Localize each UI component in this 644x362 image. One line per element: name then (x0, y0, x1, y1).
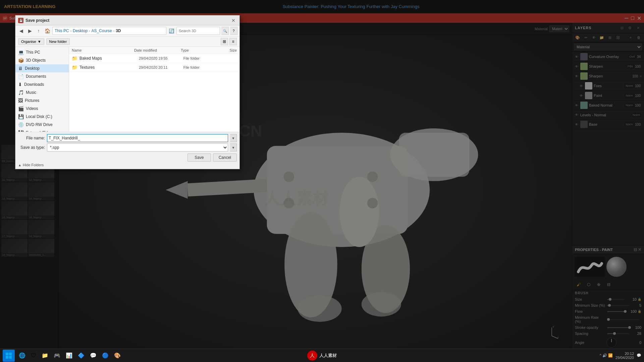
file-date: 29/04/2020 19:55 (139, 56, 183, 60)
taskbar-right: ^ 🔊 📶 20:12 29/04/2020 💬 (600, 352, 641, 360)
file-type: File folder (183, 56, 213, 60)
nav-icon: 💻 (18, 50, 24, 55)
hide-folders-label: Hide Folders (23, 163, 44, 167)
nav-icon: ⬇ (18, 82, 22, 87)
nav-label: 3D Objects (26, 58, 66, 63)
forward-btn[interactable]: ▶ (26, 27, 34, 35)
nav-label: Videos (26, 106, 66, 111)
nav-item-3d-objects[interactable]: 📦3D Objects (15, 56, 69, 64)
app3-icon: 💬 (90, 352, 97, 359)
search-input[interactable] (176, 27, 220, 35)
save-button[interactable]: Save (187, 154, 211, 162)
nav-icon: 🎬 (18, 106, 24, 111)
dialog-close-btn[interactable]: ✕ (230, 17, 237, 24)
breadcrumb-desktop[interactable]: Desktop (73, 28, 88, 33)
steam-icon: 🎮 (54, 352, 60, 359)
saveas-dropdown-btn[interactable]: ▼ (230, 143, 237, 152)
nav-label: Documents (26, 74, 66, 79)
view-details-btn[interactable]: ≡ (229, 38, 237, 45)
windows-logo-icon (5, 352, 12, 359)
nav-icon: 💿 (18, 122, 24, 127)
search-btn[interactable]: 🔍 (221, 27, 229, 35)
taskbar-app4[interactable]: 🔵 (99, 350, 111, 361)
breadcrumb-as-course[interactable]: AS_Course (91, 28, 112, 33)
nav-item-this-pc[interactable]: 💻This PC (15, 48, 69, 56)
nav-item-documents[interactable]: 📄Documents (15, 72, 69, 80)
nav-item-music[interactable]: 🎵Music (15, 88, 69, 97)
nav-item-external-(e:)[interactable]: 💾External (E:) (15, 129, 69, 132)
date-display: 29/04/2020 (615, 356, 634, 360)
file-name: Textures (79, 65, 139, 70)
saveas-label: Save as type: (18, 145, 45, 150)
home-btn[interactable]: 🏠 (44, 27, 51, 35)
filename-dropdown-btn[interactable]: ▼ (230, 134, 237, 142)
sep-1: › (70, 29, 71, 33)
svg-rect-21 (6, 356, 8, 359)
col-name-header: Name (72, 48, 134, 52)
file-icon: 📁 (72, 65, 77, 70)
refresh-btn[interactable]: 🔄 (168, 27, 175, 35)
dialog-toolbar: ◀ ▶ ↑ 🏠 This PC › Desktop › AS_Course › … (15, 25, 239, 37)
hide-folders-row[interactable]: ▲ Hide Folders (18, 163, 237, 167)
file-row[interactable]: 📁 Baked Maps 29/04/2020 19:55 File folde… (69, 54, 239, 63)
dialog-title-bar: 💾 Save project ✕ (15, 15, 239, 25)
start-button[interactable] (3, 350, 15, 362)
dialog-action-bar: Organise ▼ New folder ⊞ ≡ (15, 37, 239, 47)
organise-btn[interactable]: Organise ▼ (18, 38, 44, 45)
taskbar-explorer[interactable]: 📁 (39, 350, 51, 361)
taskbar-antivirus[interactable]: 🛡 (28, 350, 39, 361)
taskbar: 🌐 🛡 📁 🎮 📊 🔷 💬 🔵 🎨 人 人人素材 ^ 🔊 📶 20:12 29/… (0, 349, 644, 362)
dialog-files: Name Date modified Type Size 📁 Baked Map… (69, 47, 239, 132)
up-btn[interactable]: ↑ (35, 27, 42, 35)
nav-label: Music (26, 90, 66, 95)
taskbar-app1[interactable]: 📊 (63, 350, 75, 361)
col-date-header: Date modified (134, 48, 181, 52)
dialog-body: 💻This PC📦3D Objects🖥Desktop📄Documents⬇Do… (15, 47, 239, 132)
nav-label: Pictures (25, 98, 66, 103)
taskbar-substance[interactable]: 🎨 (111, 350, 123, 361)
nav-icon: 🖼 (18, 98, 23, 103)
nav-item-videos[interactable]: 🎬Videos (15, 105, 69, 113)
filename-input[interactable] (47, 134, 228, 142)
save-dialog: 💾 Save project ✕ ◀ ▶ ↑ 🏠 This PC › Deskt… (15, 15, 240, 169)
nav-label: This PC (26, 50, 66, 55)
chevron-icon: ▲ (18, 163, 21, 167)
breadcrumb-bar: This PC › Desktop › AS_Course › 3D (52, 27, 166, 35)
app4-icon: 🔵 (102, 352, 109, 359)
nav-item-pictures[interactable]: 🖼Pictures (15, 97, 69, 105)
dialog-bottom: File name: ▼ Save as type: *.spp ▼ Save … (15, 132, 239, 169)
cancel-button[interactable]: Cancel (213, 154, 237, 162)
app1-icon: 📊 (66, 352, 72, 359)
dialog-nav: 💻This PC📦3D Objects🖥Desktop📄Documents⬇Do… (15, 47, 69, 132)
substance-icon: 🎨 (114, 352, 121, 359)
browser-icon: 🌐 (19, 352, 25, 359)
file-rows: 📁 Baked Maps 29/04/2020 19:55 File folde… (69, 54, 239, 72)
nav-icon: 🖥 (18, 66, 23, 71)
notification-btn[interactable]: 💬 (637, 353, 641, 358)
file-row[interactable]: 📁 Textures 29/04/2020 20:11 File folder (69, 63, 239, 72)
taskbar-steam[interactable]: 🎮 (51, 350, 63, 361)
nav-label: Downloads (24, 82, 66, 87)
nav-item-dvd-rw-drive[interactable]: 💿DVD RW Drive (15, 121, 69, 129)
nav-icon: 💾 (18, 114, 24, 119)
nav-item-local-disk-(c:)[interactable]: 💾Local Disk (C:) (15, 113, 69, 121)
new-folder-btn[interactable]: New folder (46, 38, 70, 45)
taskbar-browser[interactable]: 🌐 (16, 350, 28, 361)
app2-icon: 🔷 (78, 352, 85, 359)
taskbar-center: 人 人人素材 (307, 351, 337, 361)
svg-rect-22 (9, 356, 12, 359)
nav-item-desktop[interactable]: 🖥Desktop (15, 64, 69, 72)
nav-item-downloads[interactable]: ⬇Downloads (15, 80, 69, 88)
back-btn[interactable]: ◀ (17, 27, 25, 35)
breadcrumb-this-pc[interactable]: This PC (55, 28, 69, 33)
col-type-header: Type (181, 48, 212, 52)
view-toggle-btn[interactable]: ⊞ (221, 38, 228, 45)
dialog-title: Save project (25, 18, 230, 23)
taskbar-app2[interactable]: 🔷 (75, 350, 87, 361)
help-btn[interactable]: ? (230, 27, 237, 35)
nav-label: Desktop (25, 66, 66, 71)
taskbar-icons: ^ 🔊 📶 (600, 353, 613, 358)
taskbar-app3[interactable]: 💬 (87, 350, 99, 361)
saveas-select[interactable]: *.spp (47, 143, 228, 152)
file-date: 29/04/2020 20:11 (139, 65, 183, 69)
